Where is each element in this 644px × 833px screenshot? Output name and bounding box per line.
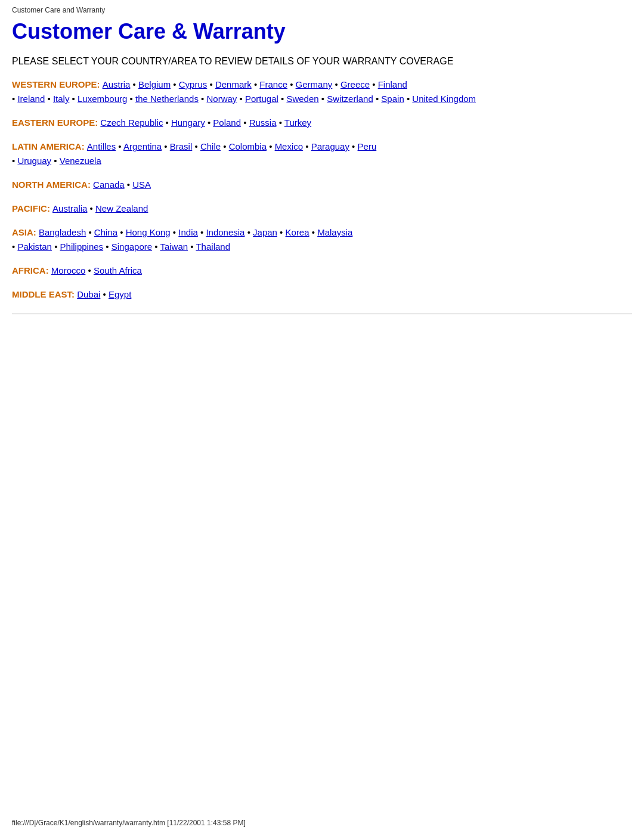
country-link-canada[interactable]: Canada: [93, 179, 125, 190]
country-link-usa[interactable]: USA: [132, 179, 151, 190]
country-link-taiwan[interactable]: Taiwan: [160, 241, 188, 252]
country-link-mexico[interactable]: Mexico: [275, 141, 304, 151]
country-link-the-netherlands[interactable]: the Netherlands: [135, 94, 199, 104]
bullet-separator: •: [117, 227, 126, 237]
section-divider: [12, 314, 632, 314]
country-link-dubai[interactable]: Dubai: [77, 289, 100, 299]
country-link-hong-kong[interactable]: Hong Kong: [126, 227, 171, 237]
country-link-belgium[interactable]: Belgium: [138, 79, 171, 89]
bullet-separator: •: [51, 156, 60, 166]
bullet-separator: •: [252, 79, 260, 89]
bullet-separator: •: [267, 141, 275, 151]
bullet-separator: •: [244, 227, 253, 237]
bullet-separator: •: [162, 141, 170, 151]
country-link-south-africa[interactable]: South Africa: [94, 265, 142, 275]
bullet-separator: •: [171, 227, 179, 237]
bullet-separator: •: [237, 94, 245, 104]
regions-container: WESTERN EUROPE: Austria • Belgium • Cypr…: [12, 78, 632, 302]
country-link-venezuela[interactable]: Venezuela: [60, 156, 101, 166]
country-link-germany[interactable]: Germany: [296, 79, 333, 89]
bullet-separator: •: [12, 94, 17, 104]
country-link-sweden[interactable]: Sweden: [286, 94, 318, 104]
country-link-morocco[interactable]: Morocco: [51, 265, 86, 275]
country-link-denmark[interactable]: Denmark: [215, 79, 252, 89]
bullet-separator: •: [404, 94, 413, 104]
bullet-separator: •: [241, 117, 249, 128]
country-link-ireland[interactable]: Ireland: [17, 94, 45, 104]
country-link-korea[interactable]: Korea: [286, 227, 309, 237]
bullet-separator: •: [100, 289, 109, 299]
country-link-paraguay[interactable]: Paraguay: [311, 141, 349, 151]
country-link-portugal[interactable]: Portugal: [245, 94, 278, 104]
country-link-greece[interactable]: Greece: [340, 79, 370, 89]
bullet-separator: •: [103, 241, 112, 252]
country-link-poland[interactable]: Poland: [213, 117, 241, 128]
country-link-spain[interactable]: Spain: [381, 94, 404, 104]
region-label-north-america: NORTH AMERICA:: [12, 179, 93, 190]
country-link-malaysia[interactable]: Malaysia: [317, 227, 352, 237]
region-africa: AFRICA: Morocco • South Africa: [12, 264, 632, 278]
country-link-italy[interactable]: Italy: [53, 94, 70, 104]
country-link-uruguay[interactable]: Uruguay: [17, 156, 51, 166]
bullet-separator: •: [69, 94, 78, 104]
country-link-france[interactable]: France: [259, 79, 287, 89]
bullet-separator: •: [319, 94, 327, 104]
region-middle-east: MIDDLE EAST: Dubai • Egypt: [12, 287, 632, 302]
bullet-separator: •: [130, 79, 138, 89]
bullet-separator: •: [332, 79, 340, 89]
bullet-separator: •: [221, 141, 229, 151]
country-link-india[interactable]: India: [178, 227, 198, 237]
country-link-japan[interactable]: Japan: [253, 227, 277, 237]
country-link-pakistan[interactable]: Pakistan: [17, 241, 52, 252]
bullet-separator: •: [87, 203, 95, 213]
country-link-luxembourg[interactable]: Luxembourg: [78, 94, 127, 104]
country-link-united-kingdom[interactable]: United Kingdom: [412, 94, 476, 104]
country-link-singapore[interactable]: Singapore: [112, 241, 152, 252]
bullet-separator: •: [278, 94, 287, 104]
bullet-separator: •: [199, 94, 207, 104]
country-link-egypt[interactable]: Egypt: [109, 289, 131, 299]
region-label-western-europe: WESTERN EUROPE:: [12, 79, 103, 89]
country-link-bangladesh[interactable]: Bangladesh: [39, 227, 86, 237]
bullet-separator: •: [45, 94, 53, 104]
bullet-separator: •: [373, 94, 382, 104]
region-label-latin-america: LATIN AMERICA:: [12, 141, 87, 151]
bullet-separator: •: [303, 141, 311, 151]
country-link-chile[interactable]: Chile: [200, 141, 221, 151]
country-link-peru[interactable]: Peru: [358, 141, 377, 151]
country-link-hungary[interactable]: Hungary: [171, 117, 205, 128]
country-link-cyprus[interactable]: Cyprus: [179, 79, 208, 89]
country-link-indonesia[interactable]: Indonesia: [206, 227, 244, 237]
bullet-separator: •: [287, 79, 296, 89]
country-link-turkey[interactable]: Turkey: [284, 117, 311, 128]
country-link-argentina[interactable]: Argentina: [123, 141, 162, 151]
region-eastern-europe: EASTERN EUROPE: Czech Republic • Hungary…: [12, 116, 632, 130]
bullet-separator: •: [52, 241, 60, 252]
bullet-separator: •: [116, 141, 123, 151]
country-link-russia[interactable]: Russia: [249, 117, 277, 128]
bullet-separator: •: [205, 117, 213, 128]
country-link-norway[interactable]: Norway: [206, 94, 237, 104]
country-link-australia[interactable]: Australia: [52, 203, 87, 213]
bullet-separator: •: [188, 241, 196, 252]
bullet-separator: •: [309, 227, 318, 237]
subtitle: PLEASE SELECT YOUR COUNTRY/AREA TO REVIE…: [12, 56, 632, 67]
bullet-separator: •: [349, 141, 358, 151]
bullet-separator: •: [370, 79, 378, 89]
country-link-philippines[interactable]: Philippines: [60, 241, 104, 252]
country-link-switzerland[interactable]: Switzerland: [327, 94, 373, 104]
country-link-thailand[interactable]: Thailand: [196, 241, 230, 252]
country-link-colombia[interactable]: Colombia: [229, 141, 267, 151]
region-label-pacific: PACIFIC:: [12, 203, 52, 213]
country-link-finland[interactable]: Finland: [378, 79, 407, 89]
region-label-asia: ASIA:: [12, 227, 39, 237]
bullet-separator: •: [207, 79, 215, 89]
country-link-brasil[interactable]: Brasil: [170, 141, 193, 151]
country-link-czech-republic[interactable]: Czech Republic: [100, 117, 163, 128]
country-link-china[interactable]: China: [94, 227, 117, 237]
footer-bar: file:///D|/Grace/K1/english/warranty/war…: [12, 819, 246, 827]
region-latin-america: LATIN AMERICA: Antilles • Argentina • Br…: [12, 140, 632, 168]
country-link-new-zealand[interactable]: New Zealand: [95, 203, 148, 213]
country-link-austria[interactable]: Austria: [103, 79, 131, 89]
country-link-antilles[interactable]: Antilles: [87, 141, 116, 151]
